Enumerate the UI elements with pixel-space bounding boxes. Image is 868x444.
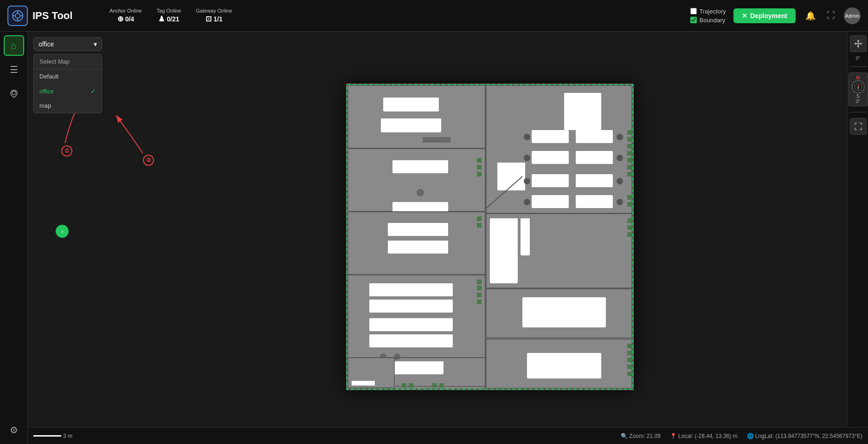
svg-point-1	[15, 13, 20, 18]
trajectory-option[interactable]: Trajectory	[690, 8, 726, 15]
svg-rect-32	[369, 300, 453, 313]
lnglat-info: 🌐 LngLat: (113.94773577°N, 22.54567973°E…	[747, 433, 862, 439]
svg-rect-29	[477, 223, 482, 228]
view-options: Trajectory Boundary	[690, 8, 726, 24]
svg-point-6	[12, 91, 16, 95]
svg-rect-88	[627, 344, 632, 348]
svg-rect-18	[348, 149, 485, 211]
svg-point-61	[524, 155, 530, 161]
svg-rect-23	[477, 165, 482, 170]
svg-point-60	[524, 134, 530, 140]
zoom-label: Zoom:	[629, 433, 645, 439]
svg-rect-45	[439, 383, 444, 388]
svg-rect-53	[576, 130, 613, 143]
local-info: 📍 Local: (-28.44, 13.36) m	[670, 433, 738, 439]
sidebar-list-button[interactable]: ☰	[4, 59, 24, 80]
dropdown-menu: Select Map Default office ✓ map	[33, 54, 102, 113]
deployment-button[interactable]: ✕ Deployment	[733, 8, 796, 23]
expand-chevron-icon: ›	[61, 228, 64, 235]
svg-rect-72	[627, 158, 632, 163]
anchor-label: Anchor Online	[109, 8, 142, 13]
dropdown-item-map[interactable]: map	[34, 98, 102, 113]
pan-control-button[interactable]	[850, 35, 867, 52]
gateway-label: Gateway Online	[196, 8, 232, 13]
tag-status: Tag Online ♟ 0/21	[157, 8, 181, 23]
dropdown-item-default[interactable]: Default	[34, 69, 102, 84]
gateway-value: ⊡ 1/1	[206, 14, 222, 23]
svg-rect-73	[627, 165, 632, 170]
boundary-option[interactable]: Boundary	[690, 17, 726, 24]
office-check-icon: ✓	[90, 87, 96, 95]
bottom-status: 3 m 🔍 Zoom: 21.09 📍 Local: (-28.44, 13.3…	[28, 427, 868, 444]
scale-line	[33, 435, 61, 437]
svg-rect-24	[477, 172, 482, 176]
svg-rect-50	[564, 93, 601, 130]
svg-rect-83	[627, 232, 632, 237]
svg-point-66	[617, 178, 623, 184]
local-label: Local:	[678, 433, 693, 439]
trajectory-checkbox[interactable]	[690, 8, 697, 14]
svg-rect-54	[532, 151, 569, 164]
tag-value: ♟ 0/21	[158, 14, 179, 23]
svg-rect-71	[627, 151, 632, 156]
svg-rect-42	[402, 383, 406, 388]
map-right-controls: 0° N S 0°	[848, 32, 868, 444]
svg-rect-69	[627, 137, 632, 142]
notification-button[interactable]: 🔔	[803, 8, 818, 23]
svg-rect-12	[383, 98, 439, 111]
pan-angle: 0°	[856, 56, 861, 61]
trajectory-label: Trajectory	[700, 8, 726, 15]
svg-rect-80	[521, 218, 530, 255]
svg-rect-56	[532, 174, 569, 187]
svg-rect-40	[477, 293, 482, 297]
boundary-label: Boundary	[700, 17, 726, 24]
tag-icon: ♟	[158, 14, 165, 23]
deploy-x-icon: ✕	[742, 12, 747, 20]
gateway-status: Gateway Online ⊡ 1/1	[196, 8, 232, 23]
svg-rect-57	[576, 174, 613, 187]
svg-rect-33	[369, 318, 453, 331]
sidebar-settings-button[interactable]: ⚙	[4, 420, 24, 440]
svg-rect-41	[477, 300, 482, 304]
svg-rect-75	[627, 195, 632, 200]
dropdown-item-office[interactable]: office ✓	[34, 84, 102, 98]
sidebar-home-button[interactable]: ⌂	[4, 35, 24, 56]
tag-label: Tag Online	[157, 8, 181, 13]
annotation-1: ①	[61, 145, 72, 157]
zoom-icon: 🔍	[621, 433, 628, 439]
svg-rect-76	[627, 202, 632, 207]
svg-rect-74	[627, 172, 632, 176]
avatar[interactable]: Admin	[844, 7, 861, 24]
content-area: office ▾ Select Map Default office ✓ map…	[28, 32, 868, 444]
svg-point-67	[617, 199, 623, 205]
svg-point-20	[417, 189, 424, 196]
header: IPS Tool Anchor Online ⊕ 0/4 Tag Online …	[0, 0, 868, 32]
svg-rect-90	[627, 358, 632, 362]
header-right: Trajectory Boundary ✕ Deployment 🔔 ⛶ Adm…	[690, 7, 861, 24]
svg-rect-17	[436, 139, 440, 142]
floor-plan-container	[346, 84, 634, 392]
zoom-value: 21.09	[647, 433, 661, 439]
gateway-icon: ⊡	[206, 14, 212, 23]
svg-rect-87	[527, 353, 601, 379]
svg-rect-34	[369, 334, 453, 347]
fullscreen-button[interactable]: ⛶	[823, 8, 838, 23]
map-area[interactable]	[28, 32, 868, 444]
local-icon: 📍	[670, 433, 677, 439]
svg-rect-37	[388, 361, 444, 374]
fit-screen-button[interactable]	[850, 118, 867, 135]
compass-circle	[852, 80, 865, 93]
sidebar-location-button[interactable]	[4, 84, 24, 104]
sidebar-expand-button[interactable]: ›	[56, 225, 69, 238]
anchor-status: Anchor Online ⊕ 0/4	[109, 8, 142, 23]
compass-area: N S 0°	[849, 72, 868, 106]
map-selector-dropdown[interactable]: office ▾	[33, 37, 102, 51]
lnglat-value: (113.94773577°N, 22.54567973°E)	[775, 433, 862, 439]
svg-point-63	[524, 199, 530, 205]
scale-bar: 3 m	[33, 433, 72, 439]
map-option-label: map	[39, 102, 51, 109]
status-group: Anchor Online ⊕ 0/4 Tag Online ♟ 0/21 Ga…	[109, 8, 232, 23]
lnglat-label: LngLat:	[755, 433, 774, 439]
deploy-label: Deployment	[750, 12, 787, 20]
boundary-checkbox[interactable]	[690, 17, 697, 23]
